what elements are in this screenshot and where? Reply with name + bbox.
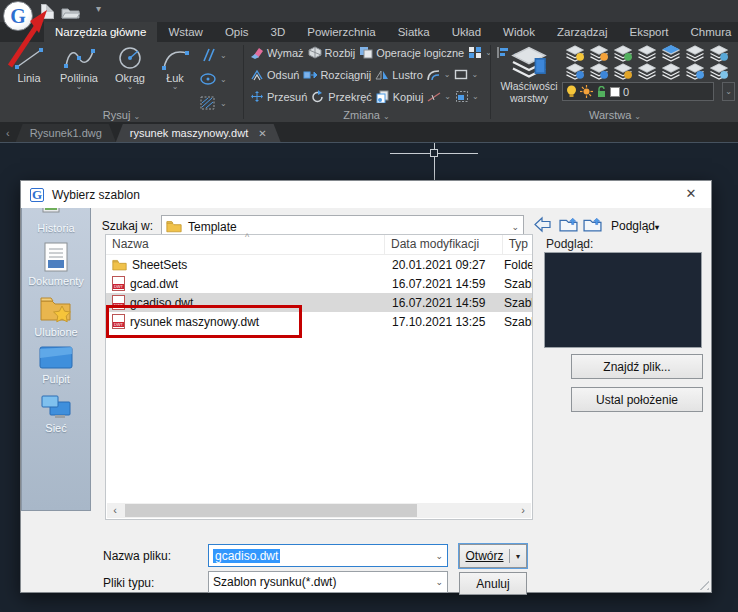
dialog-close-button[interactable]: ✕ [671, 181, 711, 208]
tab-narzedzia-glowne[interactable]: Narzędzia główne [44, 22, 157, 42]
layer-thaw-icon[interactable] [588, 45, 610, 62]
layer-isolate-icon[interactable] [684, 63, 706, 80]
tab-powierzchnia[interactable]: Powierzchnia [296, 22, 386, 42]
app-logo[interactable]: G [3, 1, 33, 31]
doc-tab-rysunek-maszynowy[interactable]: rysunek maszynowy.dwt ✕ [116, 124, 281, 142]
tool-rozbij[interactable]: Rozbij [308, 46, 356, 59]
tool-linia[interactable]: Linia [4, 45, 54, 84]
scrollbar-thumb[interactable] [125, 504, 417, 517]
preview-menu-button[interactable]: Podgląd▾ [611, 219, 659, 233]
tool-fillet[interactable]: ⌄ [427, 68, 451, 81]
chevron-down-icon[interactable]: ⌄ [435, 551, 443, 561]
tab-uklad[interactable]: Układ [441, 22, 492, 42]
chevron-down-icon[interactable]: ⌄ [472, 92, 479, 101]
open-button[interactable]: Otwórz [460, 549, 510, 563]
tool-lustro[interactable]: Lustro [375, 68, 423, 81]
panel-footer-rysuj[interactable]: Rysuj ⌄ [0, 109, 243, 121]
doc-tab-rysunek1[interactable]: Rysunek1.dwg [16, 124, 116, 142]
scroll-left-icon[interactable]: ‹ [107, 503, 123, 518]
tool-wymaz[interactable]: Wymaż [250, 46, 304, 59]
tool-operacje-logiczne[interactable]: Operacje logiczne [359, 46, 464, 59]
chevron-down-icon[interactable]: ⌄ [156, 84, 194, 89]
chevron-down-icon[interactable]: ⌄ [220, 75, 227, 84]
qat-customize-icon[interactable]: ▾ [96, 3, 101, 14]
layer-combo-dropdown[interactable]: ⌄ [722, 82, 735, 101]
tool-przesun[interactable]: Przesuń [250, 90, 307, 103]
resize-grip[interactable] [697, 578, 709, 590]
tool-rectangle[interactable]: ⌄ [454, 68, 478, 81]
layer-unlock-icon[interactable] [612, 45, 634, 62]
layer-settings-icon[interactable] [708, 45, 730, 62]
tab-eksport[interactable]: Eksport [619, 22, 680, 42]
chevron-down-icon[interactable]: ⌄ [435, 577, 443, 587]
column-header-typ[interactable]: Typ [503, 235, 532, 254]
tab-wstaw[interactable]: Wstaw [157, 22, 214, 42]
chevron-down-icon[interactable]: ⌄ [108, 84, 152, 89]
find-file-button[interactable]: Znajdź plik... [571, 354, 703, 379]
chevron-down-icon[interactable]: ⌄ [220, 99, 227, 108]
tool-ellipse[interactable]: ⌄ [200, 72, 227, 86]
up-folder-icon[interactable] [559, 216, 578, 232]
layer-select-combo[interactable]: 0 [562, 82, 714, 101]
tool-rozciagnij[interactable]: Rozciągnij [303, 68, 371, 81]
chevron-down-icon[interactable]: ⌄ [54, 84, 104, 89]
back-icon[interactable] [533, 216, 552, 233]
cancel-button[interactable]: Anuluj [459, 572, 527, 595]
panel-footer-warstwa[interactable]: Warstwa ⌄ [492, 109, 738, 121]
place-dokumenty[interactable]: Dokumenty [22, 241, 90, 287]
doc-tab-scroll-left-icon[interactable]: ‹ [0, 127, 16, 142]
tool-luk[interactable]: Łuk ⌄ [156, 45, 194, 89]
place-ulubione[interactable]: Ulubione [22, 294, 90, 338]
layer-current-icon[interactable] [660, 45, 682, 62]
tab-opis[interactable]: Opis [214, 22, 260, 42]
horizontal-scrollbar[interactable]: ‹ › [107, 503, 531, 518]
tool-divide[interactable]: ⌄ [427, 90, 451, 103]
tool-polilinia[interactable]: Polilinia ⌄ [54, 45, 104, 89]
chevron-down-icon[interactable]: ⌄ [511, 222, 519, 232]
panel-footer-zmiana[interactable]: Zmiana ⌄ [244, 109, 489, 121]
file-row-gcad[interactable]: gcad.dwt 16.07.2021 14:59 Szabl [106, 274, 532, 293]
column-header-data-modyfikacji[interactable]: Data modyfikacji [385, 235, 503, 254]
new-folder-icon[interactable] [583, 216, 602, 232]
tool-przekrec[interactable]: Przekręć [311, 90, 371, 103]
file-type-combo[interactable]: Szablon rysunku(*.dwt) ⌄ [208, 571, 448, 593]
tab-3d[interactable]: 3D [260, 22, 297, 42]
open-dropdown-icon[interactable]: ▾ [510, 552, 526, 561]
layer-plain-icon[interactable] [636, 45, 658, 62]
layer-plain-icon[interactable] [660, 63, 682, 80]
tab-widok[interactable]: Widok [492, 22, 546, 42]
layer-on-icon[interactable] [564, 45, 586, 62]
file-row-sheetsets[interactable]: SheetSets 20.01.2021 09:27 Folde [106, 255, 532, 274]
chevron-down-icon[interactable]: ⌄ [220, 51, 227, 60]
tool-array-grid[interactable]: ⌄ [468, 46, 492, 59]
scroll-right-icon[interactable]: › [515, 503, 531, 518]
chevron-down-icon[interactable]: ⌄ [444, 92, 451, 101]
column-header-nazwa[interactable]: Nazwa ^ [106, 235, 385, 254]
layer-plain-icon[interactable] [684, 45, 706, 62]
open-file-icon[interactable] [61, 6, 80, 19]
tool-rect-array[interactable]: ⌄ [455, 90, 479, 103]
tool-odsun[interactable]: Odsuń [250, 68, 299, 81]
set-location-button[interactable]: Ustal położenie [571, 387, 703, 412]
tab-zarzadzaj[interactable]: Zarządzaj [546, 22, 619, 42]
chevron-down-icon[interactable]: ⌄ [444, 70, 451, 79]
layer-off-icon[interactable] [564, 63, 586, 80]
tab-siatka[interactable]: Siatka [387, 22, 441, 42]
layer-plain-icon[interactable] [636, 63, 658, 80]
tool-multiline[interactable]: ⌄ [200, 48, 227, 62]
place-pulpit[interactable]: Pulpit [22, 345, 90, 385]
dialog-title-bar[interactable]: G Wybierz szablon [21, 181, 711, 208]
layer-freeze-icon[interactable] [588, 63, 610, 80]
new-file-icon[interactable] [41, 4, 54, 19]
chevron-down-icon[interactable]: ⌄ [471, 70, 478, 79]
tab-chmura[interactable]: Chmura [680, 22, 738, 42]
tool-kopiuj[interactable]: Kopiuj [376, 90, 424, 103]
layer-lock-icon[interactable] [612, 63, 634, 80]
layer-properties-button[interactable]: Właściwości warstwy [496, 46, 562, 104]
tool-hatch[interactable]: ⌄ [200, 96, 227, 110]
tool-okrag[interactable]: Okrąg ⌄ [108, 45, 152, 89]
layer-merge-icon[interactable] [708, 63, 730, 80]
close-tab-icon[interactable]: ✕ [258, 128, 266, 139]
file-name-combo[interactable]: gcadiso.dwt ⌄ [208, 544, 448, 567]
place-siec[interactable]: Sieć [22, 392, 90, 434]
